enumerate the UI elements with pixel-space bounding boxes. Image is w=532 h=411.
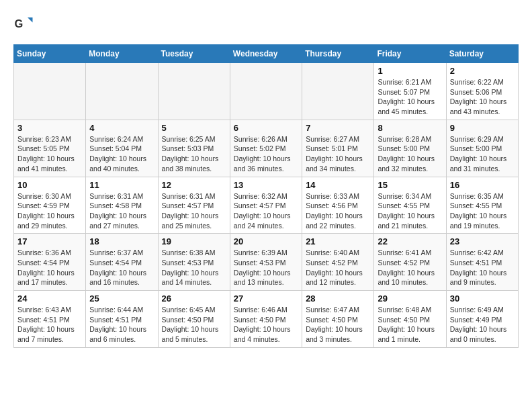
day-info: Sunrise: 6:23 AM Sunset: 5:05 PM Dayligh… — [17, 134, 82, 174]
week-row-4: 17Sunrise: 6:36 AM Sunset: 4:54 PM Dayli… — [14, 234, 519, 291]
day-cell: 29Sunrise: 6:48 AM Sunset: 4:50 PM Dayli… — [374, 291, 446, 348]
weekday-header-sunday: Sunday — [14, 45, 86, 63]
day-number: 19 — [162, 236, 226, 246]
weekday-header-friday: Friday — [374, 45, 446, 63]
day-info: Sunrise: 6:37 AM Sunset: 4:54 PM Dayligh… — [89, 248, 154, 287]
day-info: Sunrise: 6:33 AM Sunset: 4:56 PM Dayligh… — [306, 191, 370, 231]
week-row-2: 3Sunrise: 6:23 AM Sunset: 5:05 PM Daylig… — [14, 120, 519, 177]
weekday-header-thursday: Thursday — [302, 45, 374, 63]
day-cell: 20Sunrise: 6:39 AM Sunset: 4:53 PM Dayli… — [230, 234, 302, 291]
day-info: Sunrise: 6:41 AM Sunset: 4:52 PM Dayligh… — [378, 248, 442, 287]
day-info: Sunrise: 6:25 AM Sunset: 5:03 PM Dayligh… — [162, 134, 226, 174]
day-cell: 7Sunrise: 6:27 AM Sunset: 5:01 PM Daylig… — [302, 120, 374, 177]
day-number: 2 — [450, 66, 515, 76]
day-cell: 8Sunrise: 6:28 AM Sunset: 5:00 PM Daylig… — [374, 120, 446, 177]
day-number: 17 — [17, 236, 82, 246]
day-cell: 18Sunrise: 6:37 AM Sunset: 4:54 PM Dayli… — [86, 234, 158, 291]
day-cell: 19Sunrise: 6:38 AM Sunset: 4:53 PM Dayli… — [158, 234, 230, 291]
svg-marker-1 — [28, 17, 33, 23]
day-number: 29 — [378, 293, 442, 304]
day-info: Sunrise: 6:31 AM Sunset: 4:57 PM Dayligh… — [162, 191, 226, 231]
day-cell: 1Sunrise: 6:21 AM Sunset: 5:07 PM Daylig… — [374, 63, 446, 120]
weekday-header-saturday: Saturday — [446, 45, 518, 63]
header: G — [13, 13, 519, 34]
day-cell: 9Sunrise: 6:29 AM Sunset: 5:00 PM Daylig… — [446, 120, 518, 177]
day-info: Sunrise: 6:36 AM Sunset: 4:54 PM Dayligh… — [17, 248, 82, 287]
day-cell — [14, 63, 86, 120]
day-cell: 30Sunrise: 6:49 AM Sunset: 4:49 PM Dayli… — [446, 291, 518, 348]
day-info: Sunrise: 6:28 AM Sunset: 5:00 PM Dayligh… — [378, 134, 442, 174]
day-cell: 5Sunrise: 6:25 AM Sunset: 5:03 PM Daylig… — [158, 120, 230, 177]
day-info: Sunrise: 6:47 AM Sunset: 4:50 PM Dayligh… — [306, 305, 370, 345]
day-cell: 24Sunrise: 6:43 AM Sunset: 4:51 PM Dayli… — [14, 291, 86, 348]
week-row-5: 24Sunrise: 6:43 AM Sunset: 4:51 PM Dayli… — [14, 291, 519, 348]
day-number: 7 — [306, 123, 370, 133]
day-cell: 6Sunrise: 6:26 AM Sunset: 5:02 PM Daylig… — [230, 120, 302, 177]
day-number: 13 — [234, 180, 298, 190]
day-cell: 10Sunrise: 6:30 AM Sunset: 4:59 PM Dayli… — [14, 177, 86, 234]
day-info: Sunrise: 6:32 AM Sunset: 4:57 PM Dayligh… — [234, 191, 298, 231]
day-info: Sunrise: 6:34 AM Sunset: 4:55 PM Dayligh… — [378, 191, 442, 231]
day-cell: 4Sunrise: 6:24 AM Sunset: 5:04 PM Daylig… — [86, 120, 158, 177]
day-cell — [302, 63, 374, 120]
day-cell: 27Sunrise: 6:46 AM Sunset: 4:50 PM Dayli… — [230, 291, 302, 348]
day-cell — [86, 63, 158, 120]
day-info: Sunrise: 6:48 AM Sunset: 4:50 PM Dayligh… — [378, 305, 442, 345]
day-cell: 2Sunrise: 6:22 AM Sunset: 5:06 PM Daylig… — [446, 63, 518, 120]
day-cell: 12Sunrise: 6:31 AM Sunset: 4:57 PM Dayli… — [158, 177, 230, 234]
day-info: Sunrise: 6:30 AM Sunset: 4:59 PM Dayligh… — [17, 191, 82, 231]
day-info: Sunrise: 6:31 AM Sunset: 4:58 PM Dayligh… — [89, 191, 154, 231]
calendar-body: 1Sunrise: 6:21 AM Sunset: 5:07 PM Daylig… — [14, 63, 519, 348]
day-number: 16 — [450, 180, 515, 190]
day-info: Sunrise: 6:45 AM Sunset: 4:50 PM Dayligh… — [162, 305, 226, 345]
day-number: 12 — [162, 180, 226, 190]
day-number: 20 — [234, 236, 298, 246]
day-info: Sunrise: 6:29 AM Sunset: 5:00 PM Dayligh… — [450, 134, 515, 174]
day-number: 5 — [162, 123, 226, 133]
day-cell: 26Sunrise: 6:45 AM Sunset: 4:50 PM Dayli… — [158, 291, 230, 348]
day-number: 30 — [450, 293, 515, 304]
calendar-header: SundayMondayTuesdayWednesdayThursdayFrid… — [14, 45, 519, 63]
day-info: Sunrise: 6:38 AM Sunset: 4:53 PM Dayligh… — [162, 248, 226, 287]
day-number: 11 — [89, 180, 154, 190]
day-cell: 23Sunrise: 6:42 AM Sunset: 4:51 PM Dayli… — [446, 234, 518, 291]
calendar-table: SundayMondayTuesdayWednesdayThursdayFrid… — [13, 44, 519, 348]
logo-icon: G — [13, 13, 34, 34]
day-number: 9 — [450, 123, 515, 133]
day-info: Sunrise: 6:39 AM Sunset: 4:53 PM Dayligh… — [234, 248, 298, 287]
day-number: 10 — [17, 180, 82, 190]
week-row-3: 10Sunrise: 6:30 AM Sunset: 4:59 PM Dayli… — [14, 177, 519, 234]
day-number: 8 — [378, 123, 442, 133]
day-number: 4 — [89, 123, 154, 133]
day-cell: 22Sunrise: 6:41 AM Sunset: 4:52 PM Dayli… — [374, 234, 446, 291]
day-info: Sunrise: 6:27 AM Sunset: 5:01 PM Dayligh… — [306, 134, 370, 174]
day-number: 22 — [378, 236, 442, 246]
day-number: 23 — [450, 236, 515, 246]
day-info: Sunrise: 6:24 AM Sunset: 5:04 PM Dayligh… — [89, 134, 154, 174]
day-number: 1 — [378, 66, 442, 76]
day-info: Sunrise: 6:49 AM Sunset: 4:49 PM Dayligh… — [450, 305, 515, 345]
day-number: 24 — [17, 293, 82, 304]
day-number: 3 — [17, 123, 82, 133]
day-number: 18 — [89, 236, 154, 246]
day-cell: 11Sunrise: 6:31 AM Sunset: 4:58 PM Dayli… — [86, 177, 158, 234]
weekday-header-wednesday: Wednesday — [230, 45, 302, 63]
day-cell — [158, 63, 230, 120]
week-row-1: 1Sunrise: 6:21 AM Sunset: 5:07 PM Daylig… — [14, 63, 519, 120]
day-number: 21 — [306, 236, 370, 246]
day-info: Sunrise: 6:43 AM Sunset: 4:51 PM Dayligh… — [17, 305, 82, 345]
day-number: 6 — [234, 123, 298, 133]
day-info: Sunrise: 6:35 AM Sunset: 4:55 PM Dayligh… — [450, 191, 515, 231]
day-cell: 17Sunrise: 6:36 AM Sunset: 4:54 PM Dayli… — [14, 234, 86, 291]
svg-text:G: G — [15, 17, 24, 30]
weekday-header-tuesday: Tuesday — [158, 45, 230, 63]
weekday-row: SundayMondayTuesdayWednesdayThursdayFrid… — [14, 45, 519, 63]
day-number: 26 — [162, 293, 226, 304]
day-number: 28 — [306, 293, 370, 304]
day-info: Sunrise: 6:40 AM Sunset: 4:52 PM Dayligh… — [306, 248, 370, 287]
day-info: Sunrise: 6:42 AM Sunset: 4:51 PM Dayligh… — [450, 248, 515, 287]
day-info: Sunrise: 6:22 AM Sunset: 5:06 PM Dayligh… — [450, 77, 515, 117]
day-info: Sunrise: 6:26 AM Sunset: 5:02 PM Dayligh… — [234, 134, 298, 174]
day-number: 14 — [306, 180, 370, 190]
day-info: Sunrise: 6:21 AM Sunset: 5:07 PM Dayligh… — [378, 77, 442, 117]
